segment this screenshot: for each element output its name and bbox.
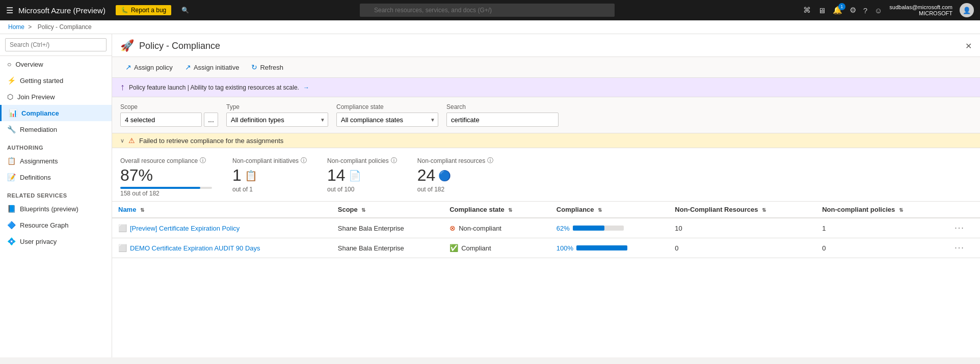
row1-noncompliant-icon: ⊗ [449,224,456,232]
overall-compliance-value: 87% [120,166,212,185]
assign-policy-button[interactable]: ↗ Assign policy [120,61,178,73]
close-button[interactable]: ✕ [965,41,972,51]
topbar: ☰ Microsoft Azure (Preview) 🐛 Report a b… [0,0,980,20]
data-table: Name ⇅ Scope ⇅ Compliance state ⇅ Comp [112,202,980,258]
col-non-compliant-policies[interactable]: Non-compliant policies ⇅ [816,202,948,218]
avatar[interactable]: 👤 [960,3,974,17]
compliance-state-filter: Compliance state All compliance states C… [336,103,438,127]
row2-name: ⬜ DEMO Certificate Expiration AUDIT 90 D… [112,238,332,258]
overall-info-icon[interactable]: ⓘ [200,156,206,165]
related-section-title: Related Services [0,185,112,201]
col-scope[interactable]: Scope ⇅ [332,202,443,218]
user-org: MICROSOFT [889,10,952,16]
user-privacy-icon: 💠 [7,237,16,245]
refresh-icon: ↻ [251,63,257,71]
sidebar-item-definitions[interactable]: 📝 Definitions [0,169,112,185]
policies-value: 14 📄 [327,166,397,185]
overall-compliance-card: Overall resource compliance ⓘ 87% 158 ou… [120,156,212,197]
sidebar-item-compliance[interactable]: 📊 Compliance [0,105,112,121]
col-compliance-state-sort[interactable]: ⇅ [508,207,512,213]
breadcrumb-separator: > [28,23,32,31]
search-wrap: 🔍 [176,4,798,17]
sidebar-item-resource-graph[interactable]: 🔷 Resource Graph [0,217,112,233]
sidebar-search-input[interactable] [5,38,107,51]
sidebar-item-user-privacy[interactable]: 💠 User privacy [0,233,112,249]
row1-compliance-state: ⊗ Non-compliant [443,218,550,238]
assign-initiative-label: Assign initiative [194,64,240,71]
row2-name-link[interactable]: ⬜ DEMO Certificate Expiration AUDIT 90 D… [118,244,326,252]
scope-label: Scope [120,103,218,110]
assign-policy-label: Assign policy [134,64,173,71]
row1-ncr: 10 [669,218,816,238]
assign-initiative-icon: ↗ [185,63,191,71]
search-input[interactable] [360,4,615,17]
sidebar-item-getting-started[interactable]: ⚡ Getting started [0,72,112,89]
scope-input[interactable] [120,113,202,127]
overview-icon: ○ [7,60,11,68]
col-ncr-sort[interactable]: ⇅ [762,207,766,213]
help-icon[interactable]: ? [863,6,867,15]
notice-banner: ↑ Policy feature launch | Ability to tag… [112,78,980,97]
page-layout: ○ Overview ⚡ Getting started ⬡ Join Prev… [0,34,980,357]
row2-compliant-icon: ✅ [449,244,458,252]
row1-ncp: 1 [816,218,948,238]
type-select[interactable]: All definition types Policy Initiative [226,113,328,127]
table-row: ⬜ DEMO Certificate Expiration AUDIT 90 D… [112,238,980,258]
report-bug-button[interactable]: 🐛 Report a bug [116,5,171,15]
scope-dots-button[interactable]: ... [204,113,218,127]
warning-bar[interactable]: ∨ ⚠ Failed to retrieve compliance for th… [112,133,980,148]
row2-more[interactable]: ··· [948,238,980,258]
topbar-right: ⌘ 🖥 🔔 1 ⚙ ? ☺ sudbalas@microsoft.com MIC… [803,3,974,17]
row1-name: ⬜ [Preview] Certificate Expiration Polic… [112,218,332,238]
sidebar-item-overview[interactable]: ○ Overview [0,56,112,72]
row1-more-icon[interactable]: ··· [955,223,964,232]
col-ncp-sort[interactable]: ⇅ [899,207,903,213]
col-compliance-sort[interactable]: ⇅ [598,207,602,213]
col-name[interactable]: Name ⇅ [112,202,332,218]
row1-compliance-bar-fill [573,226,604,231]
summary-row: Overall resource compliance ⓘ 87% 158 ou… [112,148,980,202]
col-non-compliant-resources[interactable]: Non-Compliant Resources ⇅ [669,202,816,218]
refresh-label: Refresh [260,64,283,71]
notice-link[interactable]: → [303,84,309,91]
row2-name-text: DEMO Certificate Expiration AUDIT 90 Day… [130,244,260,252]
row1-name-link[interactable]: ⬜ [Preview] Certificate Expiration Polic… [118,224,326,232]
compliance-state-select[interactable]: All compliance states Compliant Non-comp… [336,113,438,127]
sidebar-item-assignments[interactable]: 📋 Assignments [0,153,112,169]
col-scope-sort[interactable]: ⇅ [361,207,365,213]
bug-icon: 🐛 [121,7,128,14]
cloud-shell-icon[interactable]: 🖥 [818,6,826,15]
resources-info-icon[interactable]: ⓘ [487,156,493,165]
policies-info-icon[interactable]: ⓘ [391,156,397,165]
page-header: 🚀 Policy - Compliance ✕ [112,34,980,57]
row1-more[interactable]: ··· [948,218,980,238]
notification-icon[interactable]: 🔔 1 [833,6,842,15]
row2-compliance-state: ✅ Compliant [443,238,550,258]
sidebar-item-remediation[interactable]: 🔧 Remediation [0,121,112,137]
definitions-icon: 📝 [7,173,16,181]
terminal-icon[interactable]: ⌘ [803,6,811,15]
search-filter: Search [446,103,559,127]
overall-progress-fill [120,187,200,189]
breadcrumb-home[interactable]: Home [8,23,24,31]
settings-icon[interactable]: ⚙ [850,6,856,15]
compliance-state-label: Compliance state [336,103,438,110]
sidebar-item-compliance-label: Compliance [21,109,59,117]
refresh-button[interactable]: ↻ Refresh [246,61,288,73]
assign-initiative-button[interactable]: ↗ Assign initiative [180,61,245,73]
sidebar-item-blueprints[interactable]: 📘 Blueprints (preview) [0,201,112,217]
initiatives-value: 1 📋 [232,166,307,185]
col-compliance-state[interactable]: Compliance state ⇅ [443,202,550,218]
page-title: Policy - Compliance [139,41,960,51]
row2-compliance-val: 100% [557,244,573,252]
overall-compliance-label: Overall resource compliance ⓘ [120,156,212,165]
row2-more-icon[interactable]: ··· [955,243,964,252]
initiatives-info-icon[interactable]: ⓘ [301,156,307,165]
col-name-sort[interactable]: ⇅ [140,207,144,213]
search-filter-input[interactable] [446,113,559,127]
hamburger-icon[interactable]: ☰ [6,6,13,15]
sidebar-item-join-preview[interactable]: ⬡ Join Preview [0,89,112,105]
col-compliance[interactable]: Compliance ⇅ [550,202,669,218]
notice-arrow-icon: ↑ [120,82,125,93]
feedback-icon[interactable]: ☺ [875,6,882,15]
